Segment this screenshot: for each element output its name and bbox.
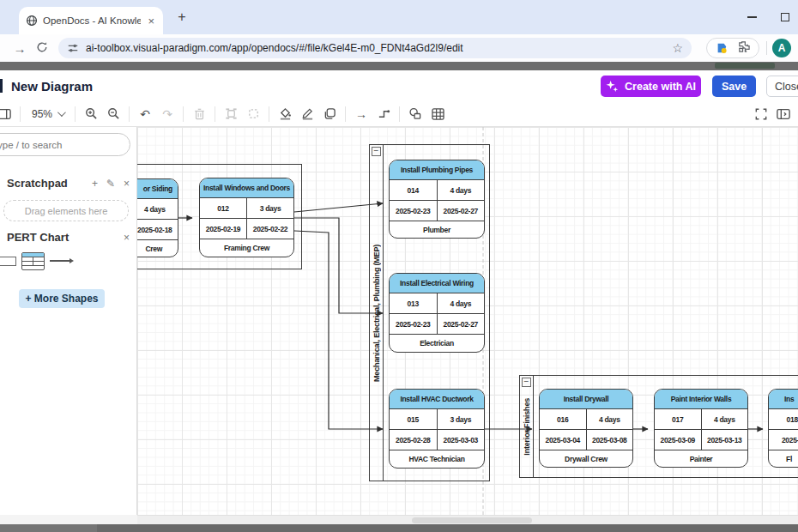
page-title: New Diagram bbox=[11, 79, 93, 94]
rectangle-shape-tool[interactable] bbox=[0, 257, 16, 266]
lane-interior-label-strip: Interior Finishes bbox=[520, 376, 534, 477]
window-minimize-button[interactable] bbox=[747, 16, 757, 17]
pert-node-title: or Siding bbox=[137, 179, 178, 199]
pert-node-start: 2025-02-23 bbox=[390, 201, 438, 221]
pert-node-siding[interactable]: or Siding 4 days 2025-02-18 Crew bbox=[137, 178, 178, 257]
pert-node-title: Install Plumbing Pipes bbox=[390, 160, 484, 180]
scratchpad-add-icon[interactable]: + bbox=[92, 178, 98, 190]
forward-icon[interactable]: → bbox=[9, 41, 31, 56]
app-header: New Diagram Create with AI Save Close bbox=[0, 70, 798, 101]
pert-node-paint[interactable]: Paint Interior Walls 017 4 days 2025-03-… bbox=[654, 389, 748, 468]
table-icon[interactable] bbox=[426, 105, 449, 124]
url-text[interactable]: ai-toolbox.visual-paradigm.com/app/opend… bbox=[86, 42, 672, 54]
extension-icon[interactable] bbox=[716, 42, 728, 54]
scratchpad-close-icon[interactable]: × bbox=[124, 178, 130, 190]
close-button[interactable]: Close bbox=[766, 76, 798, 97]
divider bbox=[215, 106, 215, 122]
redo-icon[interactable]: ↷ bbox=[156, 105, 178, 124]
toggle-sidebar-icon[interactable] bbox=[0, 105, 15, 124]
pert-node-resource: Crew bbox=[137, 240, 178, 257]
pert-node-duration: 4 days bbox=[438, 293, 485, 313]
scratchpad-dropzone[interactable]: Drag elements here bbox=[3, 200, 129, 221]
pert-node-windows[interactable]: Install Windows and Doors 012 3 days 202… bbox=[199, 178, 294, 257]
pert-node-id: 012 bbox=[200, 198, 247, 218]
pert-node-drywall[interactable]: Install Drywall 016 4 days 2025-03-04 20… bbox=[539, 389, 633, 468]
bookmark-star-icon[interactable]: ☆ bbox=[672, 41, 683, 55]
window-maximize-button[interactable] bbox=[781, 13, 789, 21]
elbow-connector-icon[interactable] bbox=[372, 105, 395, 124]
fill-color-icon[interactable] bbox=[274, 105, 296, 124]
pert-node-duration: 4 days bbox=[587, 409, 633, 429]
diagram-canvas[interactable]: Mechanical, Electrical, Plumbing (MEP) −… bbox=[137, 127, 798, 515]
header-divider bbox=[0, 79, 3, 93]
pert-node-title: Install Windows and Doors bbox=[200, 178, 293, 198]
pert-node-plumbing[interactable]: Install Plumbing Pipes 014 4 days 2025-0… bbox=[389, 160, 485, 239]
divider bbox=[183, 106, 184, 122]
reload-icon[interactable] bbox=[31, 41, 53, 56]
lane-mep-collapse-button[interactable]: − bbox=[372, 147, 381, 156]
divider bbox=[345, 106, 346, 122]
pert-node-end: 2025-03-08 bbox=[587, 430, 633, 450]
chevron-down-icon bbox=[57, 108, 66, 117]
shapes-icon[interactable] bbox=[404, 105, 426, 124]
horizontal-scrollbar[interactable] bbox=[137, 515, 798, 524]
line-color-icon[interactable] bbox=[296, 105, 318, 124]
puzzle-extensions-icon[interactable] bbox=[737, 40, 750, 57]
extensions-pill[interactable] bbox=[706, 38, 759, 58]
pert-node-title: Install Drywall bbox=[540, 390, 632, 409]
copy-icon[interactable] bbox=[220, 105, 242, 124]
save-button[interactable]: Save bbox=[712, 76, 756, 97]
pert-chart-close-icon[interactable]: × bbox=[124, 232, 130, 244]
profile-avatar[interactable]: A bbox=[772, 39, 791, 57]
pert-chart-title: PERT Chart bbox=[7, 231, 69, 244]
pert-node-start: 2025-03-04 bbox=[540, 430, 587, 450]
zoom-level-select[interactable]: 95% bbox=[25, 108, 70, 120]
scratchpad-edit-icon[interactable]: ✎ bbox=[106, 178, 115, 190]
fullscreen-icon[interactable] bbox=[750, 105, 772, 124]
pert-node-electrical[interactable]: Install Electrical Wiring 013 4 days 202… bbox=[389, 273, 485, 353]
pert-node-start: 2025-02-19 bbox=[200, 219, 247, 239]
tab-close-icon[interactable]: × bbox=[146, 15, 156, 27]
divider bbox=[766, 41, 767, 55]
pert-node-end: 2025-02-22 bbox=[247, 219, 293, 239]
pert-node-resource: Electrician bbox=[390, 335, 484, 352]
new-tab-button[interactable]: + bbox=[172, 9, 192, 25]
pert-node-title: Ins bbox=[769, 390, 798, 409]
page-bottom-segment bbox=[0, 524, 97, 532]
tab-title: OpenDocs - AI Knowledge Base bbox=[43, 15, 141, 26]
zoom-in-icon[interactable] bbox=[80, 105, 102, 124]
undo-icon[interactable]: ↶ bbox=[134, 105, 156, 124]
pert-node-duration: 4 days bbox=[137, 199, 178, 219]
toggle-panel-icon[interactable] bbox=[772, 105, 795, 124]
copy-style-icon[interactable] bbox=[318, 105, 341, 124]
globe-favicon-icon bbox=[26, 15, 38, 27]
page-gutter-segment bbox=[715, 63, 775, 69]
pert-node-title: Paint Interior Walls bbox=[655, 390, 747, 409]
arrow-shape-tool[interactable] bbox=[50, 260, 72, 262]
delete-icon[interactable] bbox=[188, 105, 210, 124]
pert-node-id: 016 bbox=[540, 409, 587, 429]
divider bbox=[399, 106, 400, 122]
site-settings-icon[interactable] bbox=[67, 42, 79, 54]
url-bar[interactable]: ai-toolbox.visual-paradigm.com/app/opend… bbox=[58, 38, 692, 58]
pert-node-shape-tool[interactable] bbox=[21, 252, 45, 270]
pert-node-start: 2025-02-18 bbox=[137, 220, 178, 239]
browser-tab[interactable]: OpenDocs - AI Knowledge Base × bbox=[19, 7, 163, 34]
paste-icon[interactable] bbox=[242, 105, 264, 124]
pert-node-id: 015 bbox=[390, 409, 438, 429]
divider bbox=[20, 106, 21, 122]
pert-node-duration: 4 days bbox=[702, 409, 748, 429]
lane-mep-label-strip: Mechanical, Electrical, Plumbing (MEP) bbox=[370, 145, 384, 481]
sparkle-icon bbox=[606, 80, 619, 93]
pert-node-flooring[interactable]: Ins 018 2025-0 Fl bbox=[768, 389, 798, 468]
lane-interior-collapse-button[interactable]: − bbox=[522, 378, 531, 387]
create-with-ai-button[interactable]: Create with AI bbox=[601, 76, 701, 97]
zoom-out-icon[interactable] bbox=[102, 105, 124, 124]
more-shapes-button[interactable]: + More Shapes bbox=[19, 289, 105, 308]
search-input[interactable] bbox=[0, 133, 130, 156]
lane-mep-label: Mechanical, Electrical, Plumbing (MEP) bbox=[372, 245, 381, 382]
divider bbox=[269, 106, 269, 122]
pert-node-hvac[interactable]: Install HVAC Ductwork 015 3 days 2025-02… bbox=[389, 389, 485, 469]
horizontal-scrollbar-thumb[interactable] bbox=[412, 517, 532, 523]
straight-connector-icon[interactable]: → bbox=[350, 105, 372, 124]
